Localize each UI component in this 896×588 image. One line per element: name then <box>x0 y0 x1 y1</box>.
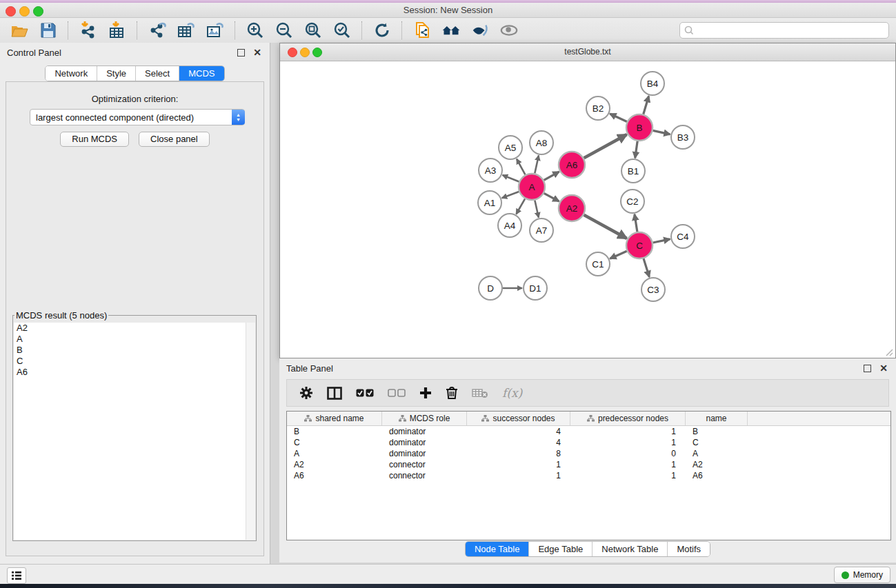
zoom-out-icon[interactable] <box>275 21 294 40</box>
zoom-window-button[interactable] <box>33 6 43 17</box>
column-header-successor-nodes[interactable]: successor nodes <box>467 412 570 425</box>
tab-edge-table[interactable]: Edge Table <box>529 542 593 556</box>
tab-node-table[interactable]: Node Table <box>466 542 530 556</box>
import-network-icon[interactable] <box>79 21 98 40</box>
edge-A-A2[interactable] <box>544 193 559 201</box>
graph-node-C2[interactable]: C2 <box>621 190 644 213</box>
table-row[interactable]: A6connector11A6 <box>287 470 890 481</box>
edge-B-B3[interactable] <box>653 130 670 134</box>
edge-A-A4[interactable] <box>516 199 525 214</box>
network-close-button[interactable] <box>288 48 297 57</box>
mcds-result-item[interactable]: A <box>14 334 255 345</box>
graph-node-D1[interactable]: D1 <box>524 276 547 300</box>
close-window-button[interactable] <box>6 6 16 17</box>
delete-table-icon[interactable] <box>472 387 488 398</box>
tab-network-table[interactable]: Network Table <box>593 542 668 556</box>
table-row[interactable]: Adominator80A <box>287 448 890 459</box>
zoom-fit-icon[interactable] <box>303 21 323 40</box>
open-session-icon[interactable] <box>10 21 29 40</box>
zoom-selected-icon[interactable] <box>332 21 352 40</box>
edge-A2-C[interactable] <box>584 215 627 239</box>
graph-node-C4[interactable]: C4 <box>671 225 695 248</box>
graph-node-A3[interactable]: A3 <box>479 159 502 182</box>
edge-C-C1[interactable] <box>610 251 626 258</box>
edge-A-A3[interactable] <box>503 175 519 182</box>
table-row[interactable]: Cdominator41C <box>287 437 890 448</box>
settings-gear-icon[interactable] <box>299 386 313 400</box>
column-header-predecessor-nodes[interactable]: predecessor nodes <box>570 412 686 425</box>
tab-motifs[interactable]: Motifs <box>668 542 710 556</box>
close-panel-icon[interactable]: ✕ <box>252 47 263 58</box>
home-view-icon[interactable] <box>441 21 461 40</box>
edge-A6-B[interactable] <box>584 134 627 158</box>
graph-node-B2[interactable]: B2 <box>586 97 610 120</box>
graph-node-C3[interactable]: C3 <box>641 278 665 301</box>
toggle-columns-icon[interactable] <box>327 387 342 400</box>
save-session-icon[interactable] <box>39 21 58 40</box>
float-panel-icon[interactable] <box>235 47 246 58</box>
mcds-result-item[interactable]: A6 <box>14 367 255 378</box>
hide-eye-icon[interactable] <box>470 21 490 40</box>
run-mcds-button[interactable]: Run MCDS <box>60 132 129 147</box>
show-eye-icon[interactable] <box>499 21 519 40</box>
graph-node-B3[interactable]: B3 <box>671 125 695 149</box>
edge-A-A1[interactable] <box>502 192 519 198</box>
search-input[interactable] <box>697 25 884 36</box>
tab-network[interactable]: Network <box>46 66 97 81</box>
network-graph[interactable]: B4B2BB3A8A5A6B1A3AC2A1A2A4A7C4CC1C3DD1 <box>280 61 894 357</box>
graph-node-C[interactable]: C <box>626 232 653 258</box>
edge-A-A6[interactable] <box>544 172 559 180</box>
optimization-criterion-dropdown[interactable]: largest connected component (directed) ▲… <box>30 109 245 125</box>
mcds-result-item[interactable]: A2 <box>14 323 255 334</box>
mcds-result-item[interactable]: C <box>14 356 255 367</box>
result-scrollbar[interactable] <box>246 323 255 540</box>
mcds-result-item[interactable]: B <box>14 345 255 356</box>
edge-A-A5[interactable] <box>517 159 525 175</box>
resize-grip-icon[interactable] <box>885 348 893 356</box>
memory-button[interactable]: Memory <box>834 567 890 583</box>
graph-node-A[interactable]: A <box>519 174 545 200</box>
network-zoom-button[interactable] <box>312 48 322 57</box>
node-table[interactable]: shared nameMCDS rolesuccessor nodesprede… <box>286 411 891 540</box>
graph-node-B4[interactable]: B4 <box>641 72 664 95</box>
network-canvas[interactable]: B4B2BB3A8A5A6B1A3AC2A1A2A4A7C4CC1C3DD1 <box>280 61 894 357</box>
refresh-view-icon[interactable] <box>372 21 392 40</box>
graph-node-A8[interactable]: A8 <box>530 131 553 154</box>
network-window-titlebar[interactable]: testGlobe.txt <box>280 43 895 61</box>
close-panel-button[interactable]: Close panel <box>139 132 210 147</box>
add-column-icon[interactable] <box>419 387 432 399</box>
network-minimize-button[interactable] <box>300 48 310 57</box>
table-row[interactable]: Bdominator41B <box>287 426 890 437</box>
graph-node-A5[interactable]: A5 <box>499 136 522 159</box>
task-history-button[interactable] <box>7 567 26 584</box>
edge-A-A8[interactable] <box>535 156 539 174</box>
edge-B-B1[interactable] <box>635 141 637 158</box>
column-header-MCDS-role[interactable]: MCDS role <box>382 412 467 425</box>
tab-style[interactable]: Style <box>97 66 136 81</box>
minimize-window-button[interactable] <box>19 6 30 17</box>
float-table-panel-icon[interactable] <box>862 363 873 374</box>
edge-B-B4[interactable] <box>644 96 649 114</box>
export-network-icon[interactable] <box>148 21 167 40</box>
edge-C-C2[interactable] <box>635 214 637 232</box>
export-image-icon[interactable] <box>206 21 225 40</box>
edge-A-A7[interactable] <box>535 201 539 218</box>
column-header-shared-name[interactable]: shared name <box>287 412 382 425</box>
graph-node-C1[interactable]: C1 <box>586 252 610 276</box>
zoom-in-icon[interactable] <box>246 21 265 40</box>
graph-node-A1[interactable]: A1 <box>478 191 501 214</box>
delete-columns-icon[interactable] <box>446 386 458 400</box>
table-row[interactable]: A2connector11A2 <box>287 459 890 470</box>
graph-node-D[interactable]: D <box>479 276 502 300</box>
duplicate-network-icon[interactable] <box>412 21 432 40</box>
column-header-name[interactable]: name <box>686 412 748 425</box>
function-builder-icon[interactable]: f(x) <box>502 386 522 400</box>
edge-C-C4[interactable] <box>653 239 670 243</box>
graph-node-A7[interactable]: A7 <box>530 219 553 242</box>
mcds-result-list[interactable]: A2ABCA6 <box>14 323 255 540</box>
deselect-all-checkboxes-icon[interactable] <box>388 389 406 397</box>
tab-select[interactable]: Select <box>136 66 179 81</box>
graph-node-B1[interactable]: B1 <box>621 159 645 183</box>
import-table-icon[interactable] <box>108 21 127 40</box>
tab-mcds[interactable]: MCDS <box>179 66 223 81</box>
